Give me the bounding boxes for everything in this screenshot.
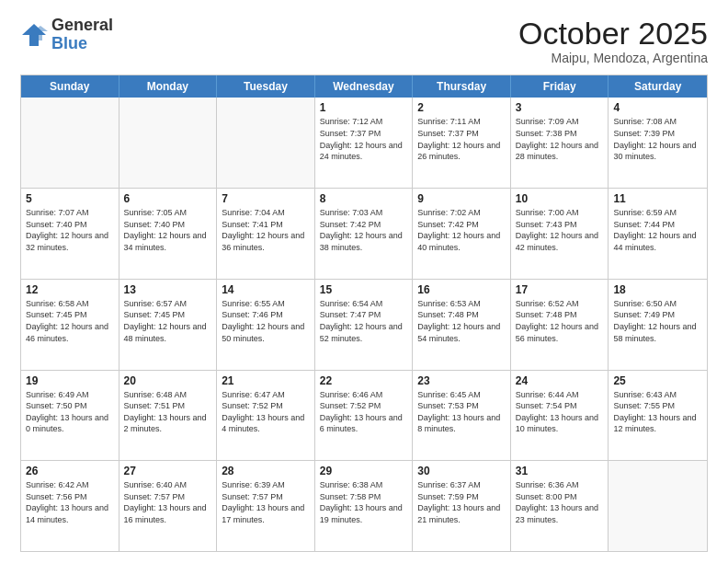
day-info-17: Sunrise: 6:52 AM Sunset: 7:48 PM Dayligh… <box>516 298 604 344</box>
empty-cell-w4-d6 <box>609 461 707 551</box>
day-number-9: 9 <box>417 192 506 205</box>
header-saturday: Saturday <box>609 75 707 98</box>
generalblue-icon <box>20 22 48 48</box>
day-info-11: Sunrise: 6:59 AM Sunset: 7:44 PM Dayligh… <box>613 207 702 253</box>
day-number-24: 24 <box>516 374 604 387</box>
day-info-1: Sunrise: 7:12 AM Sunset: 7:37 PM Dayligh… <box>320 116 408 162</box>
empty-cell-w0-d2 <box>217 98 315 188</box>
day-24: 24Sunrise: 6:44 AM Sunset: 7:54 PM Dayli… <box>511 371 609 461</box>
day-info-6: Sunrise: 7:05 AM Sunset: 7:40 PM Dayligh… <box>124 207 212 253</box>
day-number-11: 11 <box>613 192 702 205</box>
day-info-2: Sunrise: 7:11 AM Sunset: 7:37 PM Dayligh… <box>417 116 506 162</box>
day-17: 17Sunrise: 6:52 AM Sunset: 7:48 PM Dayli… <box>511 280 609 370</box>
logo-general-label: General <box>51 17 113 35</box>
day-13: 13Sunrise: 6:57 AM Sunset: 7:45 PM Dayli… <box>119 280 218 370</box>
day-number-28: 28 <box>222 465 310 477</box>
day-2: 2Sunrise: 7:11 AM Sunset: 7:37 PM Daylig… <box>413 98 511 188</box>
day-info-16: Sunrise: 6:53 AM Sunset: 7:48 PM Dayligh… <box>417 298 506 344</box>
day-10: 10Sunrise: 7:00 AM Sunset: 7:43 PM Dayli… <box>511 189 609 279</box>
day-info-21: Sunrise: 6:47 AM Sunset: 7:52 PM Dayligh… <box>222 389 310 435</box>
day-info-29: Sunrise: 6:38 AM Sunset: 7:58 PM Dayligh… <box>320 479 408 525</box>
day-number-21: 21 <box>222 374 310 387</box>
day-8: 8Sunrise: 7:03 AM Sunset: 7:42 PM Daylig… <box>315 189 414 279</box>
day-18: 18Sunrise: 6:50 AM Sunset: 7:49 PM Dayli… <box>609 280 707 370</box>
logo-blue-label: Blue <box>51 35 113 53</box>
day-info-30: Sunrise: 6:37 AM Sunset: 7:59 PM Dayligh… <box>417 479 506 525</box>
day-4: 4Sunrise: 7:08 AM Sunset: 7:39 PM Daylig… <box>609 98 707 188</box>
day-info-10: Sunrise: 7:00 AM Sunset: 7:43 PM Dayligh… <box>516 207 604 253</box>
day-5: 5Sunrise: 7:07 AM Sunset: 7:40 PM Daylig… <box>21 189 119 279</box>
day-number-15: 15 <box>320 283 408 296</box>
day-info-20: Sunrise: 6:48 AM Sunset: 7:51 PM Dayligh… <box>124 389 212 435</box>
calendar-week-1: 1Sunrise: 7:12 AM Sunset: 7:37 PM Daylig… <box>21 98 707 188</box>
day-number-22: 22 <box>320 374 408 387</box>
header-wednesday: Wednesday <box>315 75 414 98</box>
day-22: 22Sunrise: 6:46 AM Sunset: 7:52 PM Dayli… <box>315 371 414 461</box>
calendar-body: 1Sunrise: 7:12 AM Sunset: 7:37 PM Daylig… <box>21 98 707 551</box>
day-6: 6Sunrise: 7:05 AM Sunset: 7:40 PM Daylig… <box>119 189 218 279</box>
day-info-3: Sunrise: 7:09 AM Sunset: 7:38 PM Dayligh… <box>516 116 604 162</box>
day-20: 20Sunrise: 6:48 AM Sunset: 7:51 PM Dayli… <box>119 371 218 461</box>
day-info-28: Sunrise: 6:39 AM Sunset: 7:57 PM Dayligh… <box>222 479 310 525</box>
day-info-4: Sunrise: 7:08 AM Sunset: 7:39 PM Dayligh… <box>613 116 702 162</box>
day-number-3: 3 <box>516 101 604 114</box>
day-31: 31Sunrise: 6:36 AM Sunset: 8:00 PM Dayli… <box>511 461 609 551</box>
day-number-14: 14 <box>222 283 310 296</box>
day-26: 26Sunrise: 6:42 AM Sunset: 7:56 PM Dayli… <box>21 461 119 551</box>
day-number-19: 19 <box>26 374 114 387</box>
day-27: 27Sunrise: 6:40 AM Sunset: 7:57 PM Dayli… <box>119 461 218 551</box>
day-12: 12Sunrise: 6:58 AM Sunset: 7:45 PM Dayli… <box>21 280 119 370</box>
day-number-4: 4 <box>613 101 702 114</box>
day-number-23: 23 <box>417 374 506 387</box>
day-info-19: Sunrise: 6:49 AM Sunset: 7:50 PM Dayligh… <box>26 389 114 435</box>
calendar-location: Maipu, Mendoza, Argentina <box>518 51 708 65</box>
empty-cell-w0-d1 <box>119 98 218 188</box>
calendar-title: October 2025 <box>518 17 708 51</box>
day-number-25: 25 <box>613 374 702 387</box>
day-number-26: 26 <box>26 465 114 477</box>
day-info-25: Sunrise: 6:43 AM Sunset: 7:55 PM Dayligh… <box>613 389 702 435</box>
day-19: 19Sunrise: 6:49 AM Sunset: 7:50 PM Dayli… <box>21 371 119 461</box>
day-info-26: Sunrise: 6:42 AM Sunset: 7:56 PM Dayligh… <box>26 479 114 525</box>
day-9: 9Sunrise: 7:02 AM Sunset: 7:42 PM Daylig… <box>413 189 511 279</box>
day-info-27: Sunrise: 6:40 AM Sunset: 7:57 PM Dayligh… <box>124 479 212 525</box>
day-28: 28Sunrise: 6:39 AM Sunset: 7:57 PM Dayli… <box>217 461 315 551</box>
header-sunday: Sunday <box>21 75 119 98</box>
day-7: 7Sunrise: 7:04 AM Sunset: 7:41 PM Daylig… <box>217 189 315 279</box>
day-number-16: 16 <box>417 283 506 296</box>
logo-text: General Blue <box>51 17 113 53</box>
day-number-27: 27 <box>124 465 212 477</box>
day-29: 29Sunrise: 6:38 AM Sunset: 7:58 PM Dayli… <box>315 461 414 551</box>
day-number-10: 10 <box>516 192 604 205</box>
day-number-2: 2 <box>417 101 506 114</box>
day-number-1: 1 <box>320 101 408 114</box>
day-number-17: 17 <box>516 283 604 296</box>
calendar-week-4: 19Sunrise: 6:49 AM Sunset: 7:50 PM Dayli… <box>21 370 707 461</box>
day-info-22: Sunrise: 6:46 AM Sunset: 7:52 PM Dayligh… <box>320 389 408 435</box>
header-monday: Monday <box>119 75 218 98</box>
day-14: 14Sunrise: 6:55 AM Sunset: 7:46 PM Dayli… <box>217 280 315 370</box>
day-number-20: 20 <box>124 374 212 387</box>
day-number-8: 8 <box>320 192 408 205</box>
day-info-18: Sunrise: 6:50 AM Sunset: 7:49 PM Dayligh… <box>613 298 702 344</box>
empty-cell-w0-d0 <box>21 98 119 188</box>
day-info-7: Sunrise: 7:04 AM Sunset: 7:41 PM Dayligh… <box>222 207 310 253</box>
day-number-29: 29 <box>320 465 408 477</box>
day-number-7: 7 <box>222 192 310 205</box>
header-thursday: Thursday <box>413 75 511 98</box>
calendar: Sunday Monday Tuesday Wednesday Thursday… <box>20 75 708 552</box>
day-info-15: Sunrise: 6:54 AM Sunset: 7:47 PM Dayligh… <box>320 298 408 344</box>
day-1: 1Sunrise: 7:12 AM Sunset: 7:37 PM Daylig… <box>315 98 414 188</box>
calendar-week-2: 5Sunrise: 7:07 AM Sunset: 7:40 PM Daylig… <box>21 188 707 279</box>
day-23: 23Sunrise: 6:45 AM Sunset: 7:53 PM Dayli… <box>413 371 511 461</box>
day-3: 3Sunrise: 7:09 AM Sunset: 7:38 PM Daylig… <box>511 98 609 188</box>
title-block: October 2025 Maipu, Mendoza, Argentina <box>518 17 708 65</box>
day-info-31: Sunrise: 6:36 AM Sunset: 8:00 PM Dayligh… <box>516 479 604 525</box>
day-info-13: Sunrise: 6:57 AM Sunset: 7:45 PM Dayligh… <box>124 298 212 344</box>
day-number-13: 13 <box>124 283 212 296</box>
day-16: 16Sunrise: 6:53 AM Sunset: 7:48 PM Dayli… <box>413 280 511 370</box>
day-30: 30Sunrise: 6:37 AM Sunset: 7:59 PM Dayli… <box>413 461 511 551</box>
day-info-14: Sunrise: 6:55 AM Sunset: 7:46 PM Dayligh… <box>222 298 310 344</box>
calendar-header: Sunday Monday Tuesday Wednesday Thursday… <box>21 75 707 98</box>
day-info-12: Sunrise: 6:58 AM Sunset: 7:45 PM Dayligh… <box>26 298 114 344</box>
